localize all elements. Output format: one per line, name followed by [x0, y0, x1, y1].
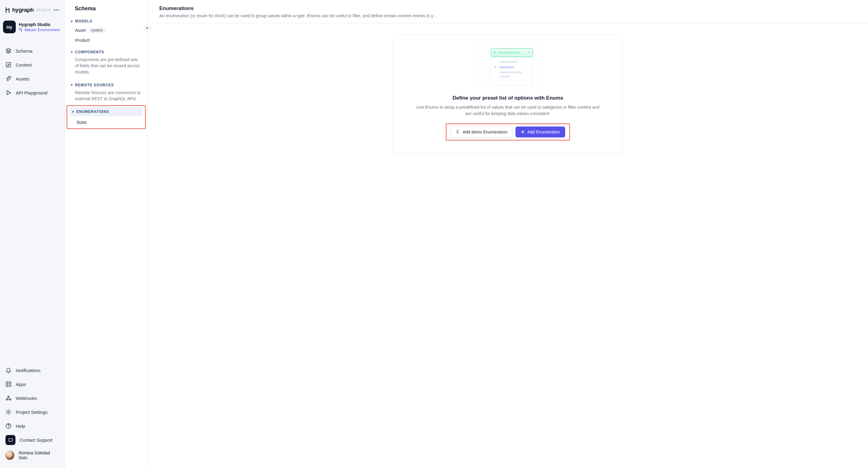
help-icon — [5, 423, 11, 429]
button-label: Add Enumeration — [527, 130, 560, 134]
section-models: ▼ MODELS Asset system Product — [65, 15, 148, 46]
plus-icon — [521, 130, 525, 134]
nav-contact-support[interactable]: Contact Support — [2, 433, 62, 447]
project-avatar: Hy — [3, 21, 16, 33]
user-name: Romina Soledad Soto — [19, 450, 59, 460]
nav-label: Assets — [16, 76, 29, 81]
nav-label: Apps — [16, 382, 26, 387]
main-body: ▽ ⌃ ✓ Define your preset list of options… — [148, 23, 868, 468]
play-icon — [5, 90, 11, 96]
svg-rect-6 — [6, 385, 8, 387]
svg-point-2 — [21, 31, 22, 32]
svg-point-11 — [7, 411, 9, 413]
chevron-down-icon: ▼ — [70, 20, 73, 23]
nav-label: Schema — [16, 48, 32, 54]
section-description: Remote Sources are connectors to externa… — [69, 89, 143, 105]
svg-point-13 — [8, 427, 9, 428]
collapse-left-icon — [146, 26, 149, 30]
nav-notifications[interactable]: Notifications — [2, 364, 62, 377]
section-components: ▼ COMPONENTS Components are pre-defined … — [65, 46, 148, 79]
main-header: Enumerations An enumeration (or enum for… — [148, 0, 868, 23]
section-label: COMPONENTS — [75, 50, 104, 54]
brand-menu-icon[interactable]: ••• — [54, 7, 60, 13]
edit-icon — [5, 62, 11, 68]
project-switcher[interactable]: Hy Hygraph Studio Master Environment — [2, 19, 62, 39]
empty-state-card: ▽ ⌃ ✓ Define your preset list of options… — [393, 34, 623, 154]
nav-project-settings[interactable]: Project Settings — [2, 405, 62, 419]
svg-rect-3 — [6, 63, 11, 67]
nav-webhooks[interactable]: Webhooks — [2, 392, 62, 405]
attachment-icon — [5, 76, 11, 82]
section-models-header[interactable]: ▼ MODELS — [69, 17, 143, 25]
nav-assets[interactable]: Assets — [2, 72, 62, 86]
section-label: MODELS — [75, 19, 92, 23]
actions-highlight: Add demo Enumeration Add Enumeration — [446, 124, 570, 140]
add-demo-enumeration-button[interactable]: Add demo Enumeration — [451, 127, 513, 137]
schema-panel-title: Schema — [65, 5, 148, 15]
enum-name: Sizes — [76, 120, 87, 125]
model-name: Product — [75, 38, 90, 43]
chevron-down-icon: ▼ — [71, 110, 74, 113]
enum-illustration: ▽ ⌃ ✓ — [473, 45, 543, 88]
environment-label: Master Environment — [25, 28, 60, 32]
check-icon: ✓ — [494, 65, 497, 69]
user-avatar — [5, 451, 14, 460]
nav-label: Help — [16, 424, 25, 429]
section-components-header[interactable]: ▼ COMPONENTS — [69, 48, 143, 56]
add-enumeration-button[interactable]: Add Enumeration — [516, 127, 565, 137]
button-label: Add demo Enumeration — [463, 130, 507, 134]
nav-primary: Schema Content Assets API Playground — [2, 44, 62, 99]
system-tag: system — [89, 28, 105, 33]
project-name: Hygraph Studio — [19, 22, 60, 27]
primary-sidebar: hygraph STUDIO ••• Hy Hygraph Studio Mas… — [0, 0, 65, 468]
section-remote-sources-header[interactable]: ▼ REMOTE SOURCES — [69, 81, 143, 89]
grid-icon — [5, 381, 11, 387]
enum-item-sizes[interactable]: Sizes — [69, 117, 143, 128]
layers-icon — [5, 48, 11, 54]
nav-playground[interactable]: API Playground — [2, 86, 62, 99]
svg-rect-7 — [9, 385, 11, 387]
brand-name: hygraph — [12, 7, 34, 13]
nav-secondary: Notifications Apps Webhooks Project Sett… — [2, 364, 62, 463]
section-label: ENUMERATIONS — [76, 109, 109, 114]
svg-point-9 — [6, 399, 7, 400]
svg-point-10 — [10, 399, 11, 400]
nav-label: Project Settings — [16, 409, 48, 415]
project-environment: Master Environment — [19, 28, 60, 32]
nav-label: Notifications — [16, 368, 40, 373]
chat-icon — [5, 435, 16, 445]
schema-panel: Schema ▼ MODELS Asset system Product ▼ C… — [65, 0, 148, 468]
nav-schema[interactable]: Schema — [2, 44, 62, 58]
triangle-down-icon: ▽ — [493, 51, 496, 55]
brand-suffix: STUDIO — [36, 8, 51, 12]
section-description: Components are pre-defined sets of field… — [69, 56, 143, 78]
svg-rect-14 — [8, 438, 12, 441]
nav-label: Content — [16, 62, 32, 67]
collapse-panel-button[interactable] — [144, 24, 151, 32]
svg-point-1 — [19, 29, 20, 30]
nav-label: API Playground — [16, 90, 47, 95]
model-item-asset[interactable]: Asset system — [69, 25, 143, 35]
model-item-product[interactable]: Product — [69, 35, 143, 45]
enumerations-highlight: ▼ ENUMERATIONS Sizes — [67, 105, 146, 129]
svg-rect-5 — [9, 382, 11, 383]
chevron-down-icon: ▼ — [70, 51, 73, 54]
sparkle-icon — [456, 130, 460, 134]
chevron-down-icon: ▼ — [70, 83, 73, 87]
nav-apps[interactable]: Apps — [2, 377, 62, 391]
brand-row: hygraph STUDIO ••• — [2, 5, 62, 19]
main-content: Enumerations An enumeration (or enum for… — [148, 0, 868, 468]
brand-logo-icon — [5, 7, 10, 13]
model-name: Asset — [75, 28, 86, 33]
webhook-icon — [5, 395, 11, 401]
section-enumerations-header[interactable]: ▼ ENUMERATIONS — [70, 107, 143, 116]
branch-icon — [19, 28, 23, 32]
card-heading: Define your preset list of options with … — [453, 95, 563, 101]
nav-label: Contact Support — [20, 437, 52, 442]
user-menu[interactable]: Romina Soledad Soto — [2, 447, 62, 463]
section-remote-sources: ▼ REMOTE SOURCES Remote Sources are conn… — [65, 79, 148, 106]
nav-content[interactable]: Content — [2, 58, 62, 71]
nav-help[interactable]: Help — [2, 419, 62, 433]
page-title: Enumerations — [159, 5, 857, 11]
gear-icon — [5, 409, 11, 415]
